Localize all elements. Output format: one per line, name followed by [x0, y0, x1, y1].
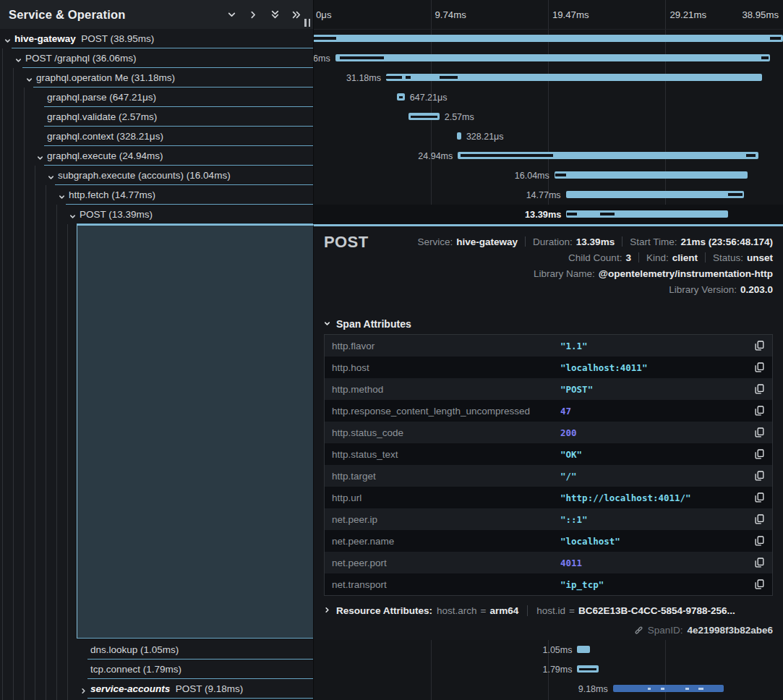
- span-bar[interactable]: [458, 152, 758, 159]
- copy-value-button[interactable]: [753, 556, 766, 569]
- child-activity-mark: [386, 76, 403, 79]
- double-chevron-down-icon[interactable]: [270, 9, 280, 20]
- span-tree-row[interactable]: dns.lookup (1.05ms): [0, 640, 313, 660]
- copy-value-button[interactable]: [753, 361, 766, 374]
- span-title: POST: [324, 233, 369, 252]
- resource-value: arm64: [489, 605, 518, 616]
- copy-value-button[interactable]: [753, 578, 766, 591]
- chevron-right-icon[interactable]: [80, 685, 87, 698]
- copy-value-button[interactable]: [753, 491, 766, 504]
- copy-value-button[interactable]: [753, 534, 766, 547]
- span-bar[interactable]: [313, 35, 783, 42]
- span-label: tcp.connect (1.79ms): [90, 660, 181, 679]
- meta-value: 13.39ms: [576, 236, 615, 247]
- copy-value-button[interactable]: [753, 469, 766, 482]
- span-attributes-title: Span Attributes: [336, 318, 411, 330]
- span-label: service-accounts POST (9.18ms): [90, 679, 243, 699]
- span-bar[interactable]: [577, 646, 590, 653]
- copy-value-button[interactable]: [753, 513, 766, 526]
- bar-duration-label: 31.18ms: [346, 68, 381, 88]
- attribute-row: http.response_content_length_uncompresse…: [325, 400, 772, 422]
- span-bar[interactable]: [457, 132, 461, 140]
- span-bar[interactable]: [613, 685, 724, 692]
- copy-value-button[interactable]: [753, 448, 766, 461]
- child-activity-mark: [770, 37, 782, 40]
- chevron-right-icon[interactable]: [248, 9, 258, 20]
- span-tree-row[interactable]: POST /graphql (36.06ms): [0, 48, 313, 68]
- meta-separator: [705, 252, 706, 262]
- chevron-down-icon[interactable]: [58, 191, 66, 204]
- activity-mark: [698, 688, 703, 690]
- span-bar[interactable]: [566, 191, 744, 198]
- copy-value-button[interactable]: [753, 383, 766, 396]
- meta-label: Status:: [713, 252, 743, 263]
- meta-value: client: [672, 252, 698, 263]
- copy-value-button[interactable]: [753, 404, 766, 417]
- meta-label: Start Time:: [630, 236, 677, 247]
- panel-resize-handle[interactable]: [304, 19, 310, 27]
- span-attributes-section-toggle[interactable]: Span Attributes: [323, 318, 411, 330]
- attribute-value: 47: [560, 406, 571, 417]
- bar-duration-label: 14.77ms: [526, 185, 561, 205]
- double-chevron-right-icon[interactable]: [291, 9, 301, 20]
- copy-value-button[interactable]: [753, 426, 766, 439]
- span-tree-row[interactable]: hive-gateway POST (38.95ms): [0, 29, 313, 48]
- attribute-key: net.peer.port: [325, 558, 560, 568]
- span-bar[interactable]: [397, 93, 405, 101]
- span-bar-row: [313, 29, 783, 48]
- bar-duration-label: 1.79ms: [542, 660, 572, 679]
- attribute-value: 200: [560, 427, 577, 438]
- chevron-down-icon[interactable]: [69, 210, 77, 223]
- chevron-down-icon[interactable]: [4, 35, 12, 48]
- meta-label: Kind:: [646, 252, 669, 263]
- span-bar[interactable]: [386, 74, 762, 81]
- span-tree-row[interactable]: graphql.validate (2.57ms): [0, 107, 313, 127]
- span-label: graphql.parse (647.21μs): [47, 88, 156, 107]
- attribute-key: net.peer.ip: [325, 514, 560, 525]
- selected-span-indent-block: [77, 224, 313, 639]
- timeline-ruler: 0μs9.74ms19.47ms29.21ms38.95ms: [314, 0, 783, 30]
- attribute-value: "::1": [560, 514, 588, 525]
- span-bar[interactable]: [566, 210, 727, 218]
- attribute-key: net.peer.name: [325, 536, 560, 547]
- span-bar[interactable]: [408, 113, 440, 120]
- span-tree-row[interactable]: http.fetch (14.77ms): [0, 185, 313, 205]
- meta-value: unset: [747, 252, 773, 263]
- copy-value-button[interactable]: [753, 339, 766, 352]
- chevron-right-icon: [323, 605, 331, 616]
- child-activity-mark: [440, 76, 458, 79]
- chevron-down-icon[interactable]: [25, 74, 33, 87]
- span-tree-row[interactable]: graphql.operation Me (31.18ms): [0, 68, 313, 88]
- span-label: dns.lookup (1.05ms): [90, 640, 179, 660]
- span-tree-row[interactable]: subgraph.execute (accounts) (16.04ms): [0, 166, 313, 185]
- chevron-down-icon[interactable]: [47, 171, 55, 184]
- span-tree-row[interactable]: POST (13.39ms): [0, 205, 313, 224]
- resource-key: host.arch: [437, 605, 477, 616]
- attribute-value: "ip_tcp": [560, 579, 604, 590]
- chevron-down-icon[interactable]: [36, 152, 44, 165]
- activity-mark: [648, 688, 651, 690]
- span-tree-row[interactable]: tcp.connect (1.79ms): [0, 660, 313, 679]
- attribute-value: "localhost:4011": [560, 362, 647, 373]
- span-tree-row[interactable]: graphql.execute (24.94ms): [0, 146, 313, 166]
- child-activity-mark: [555, 174, 565, 176]
- chevron-down-icon[interactable]: [226, 9, 236, 20]
- span-bar[interactable]: [555, 171, 748, 179]
- child-activity-mark: [406, 76, 411, 79]
- indent-guide: [56, 205, 57, 700]
- resource-value: BC62E13B-C4CC-5854-9788-256...: [578, 605, 735, 616]
- meta-value: @opentelemetry/instrumentation-http: [599, 268, 773, 279]
- span-tree-row[interactable]: graphql.parse (647.21μs): [0, 88, 313, 107]
- resource-attributes-toggle[interactable]: Resource Attributes: host.arch=arm64host…: [323, 605, 735, 616]
- span-bar[interactable]: [335, 54, 771, 61]
- link-icon[interactable]: [634, 626, 643, 635]
- meta-label: Child Count:: [568, 252, 622, 263]
- span-tree-row[interactable]: service-accounts POST (9.18ms): [0, 679, 313, 699]
- attribute-key: http.status_text: [325, 449, 560, 460]
- span-tree-row[interactable]: graphql.context (328.21μs): [0, 127, 313, 146]
- row-underline: [87, 698, 313, 699]
- attribute-row: net.transport"ip_tcp": [325, 573, 772, 595]
- span-bar[interactable]: [577, 665, 599, 673]
- meta-value: 3: [625, 252, 631, 263]
- chevron-down-icon[interactable]: [14, 54, 22, 67]
